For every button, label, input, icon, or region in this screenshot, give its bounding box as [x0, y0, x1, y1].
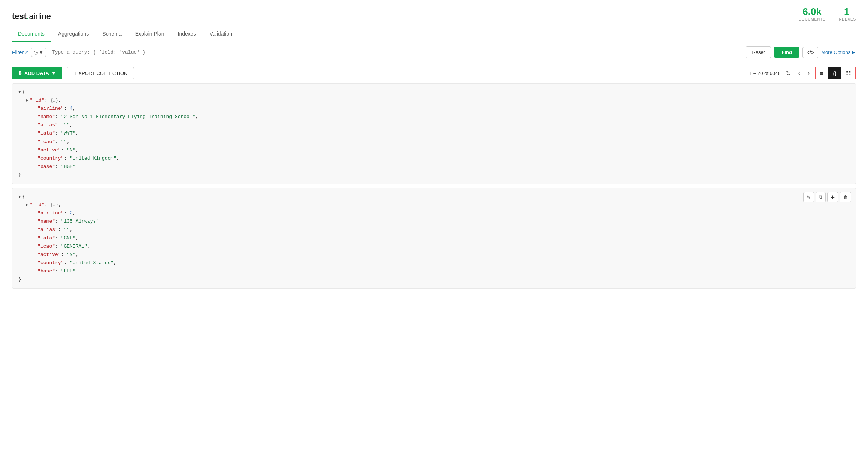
code-icon: </> [807, 49, 814, 55]
table-row: ▼ { ► "_id": {…}, "airline": 4, "name": … [12, 83, 856, 184]
tab-validation[interactable]: Validation [204, 26, 238, 42]
tab-explain-plan[interactable]: Explain Plan [129, 26, 170, 42]
json-icon: {} [833, 70, 837, 76]
documents-stat: 6.0k DOCUMENTS [799, 7, 826, 21]
expand-id-arrow[interactable]: ► [26, 202, 28, 209]
chevron-left-icon: ‹ [798, 70, 800, 76]
export-collection-button[interactable]: ​ EXPORT COLLECTION [67, 67, 134, 79]
next-page-button[interactable]: › [805, 68, 812, 78]
table-icon: ☷ [846, 70, 851, 76]
list-view-button[interactable]: ≡ [816, 67, 828, 79]
action-bar-left: ⇩ ADD DATA ▼ ​ EXPORT COLLECTION [12, 67, 134, 79]
edit-document-button[interactable]: ✎ [803, 192, 814, 202]
chevron-down-icon: ▼ [51, 70, 56, 76]
documents-list: ▼ { ► "_id": {…}, "airline": 4, "name": … [0, 83, 868, 289]
expand-arrow[interactable]: ▼ [18, 193, 21, 201]
download-icon: ⇩ [18, 70, 22, 76]
trash-icon: 🗑 [843, 195, 848, 200]
documents-count: 6.0k [799, 7, 826, 16]
copy-document-button[interactable]: ⧉ [816, 192, 826, 202]
prev-page-button[interactable]: ‹ [796, 68, 802, 78]
refresh-button[interactable]: ↻ [784, 68, 793, 78]
clock-icon: ◷ [34, 49, 38, 55]
action-bar: ⇩ ADD DATA ▼ ​ EXPORT COLLECTION 1 – 20 … [0, 63, 868, 83]
find-button[interactable]: Find [774, 47, 799, 58]
table-row: ✎ ⧉ ✚ 🗑 ▼ { ► "_id": {…}, "airline": 2, [12, 188, 856, 289]
indexes-count: 1 [837, 7, 856, 16]
clone-document-button[interactable]: ✚ [827, 192, 838, 202]
tabs-bar: Documents Aggregations Schema Explain Pl… [0, 26, 868, 42]
indexes-stat: 1 INDEXES [837, 7, 856, 21]
doc-expand-row: ▼ { [18, 193, 850, 201]
clone-icon: ✚ [831, 195, 835, 200]
chevron-right-icon: ► [851, 49, 856, 55]
history-button[interactable]: ◷ ▼ [31, 48, 46, 57]
doc-expand-row: ▼ { [18, 88, 850, 96]
code-toggle-button[interactable]: </> [802, 47, 818, 58]
query-input[interactable] [49, 48, 743, 57]
indexes-label: INDEXES [837, 17, 856, 21]
action-bar-right: 1 – 20 of 6048 ↻ ‹ › ≡ {} ☷ [749, 67, 856, 79]
filter-toolbar: Filter ↗ ◷ ▼ Reset Find </> More Options… [0, 42, 868, 63]
logo-airline: airline [29, 12, 51, 21]
external-link-icon: ↗ [25, 50, 28, 55]
documents-label: DOCUMENTS [799, 17, 826, 21]
pagination-info: 1 – 20 of 6048 [749, 70, 780, 76]
json-view-button[interactable]: {} [828, 67, 841, 79]
expand-arrow[interactable]: ▼ [18, 89, 21, 96]
expand-id-arrow[interactable]: ► [26, 97, 28, 104]
copy-icon: ⧉ [819, 194, 822, 200]
header: test.airline 6.0k DOCUMENTS 1 INDEXES [0, 0, 868, 26]
delete-document-button[interactable]: 🗑 [840, 192, 851, 202]
more-options-link[interactable]: More Options ► [821, 49, 856, 55]
tab-schema[interactable]: Schema [96, 26, 127, 42]
tab-indexes[interactable]: Indexes [172, 26, 202, 42]
table-view-button[interactable]: ☷ [841, 67, 855, 79]
toolbar-actions: Reset Find </> More Options ► [746, 46, 856, 58]
app-logo: test.airline [12, 12, 51, 21]
reset-button[interactable]: Reset [746, 46, 771, 58]
refresh-icon: ↻ [786, 70, 791, 76]
tab-aggregations[interactable]: Aggregations [52, 26, 95, 42]
filter-link[interactable]: Filter ↗ [12, 49, 28, 55]
header-stats: 6.0k DOCUMENTS 1 INDEXES [799, 7, 856, 26]
chevron-down-icon: ▼ [39, 49, 43, 55]
edit-icon: ✎ [807, 195, 811, 200]
view-toggle: ≡ {} ☷ [815, 67, 856, 79]
logo-test: test [12, 12, 27, 21]
tab-documents[interactable]: Documents [12, 26, 51, 42]
chevron-right-icon: › [808, 70, 810, 76]
add-data-button[interactable]: ⇩ ADD DATA ▼ [12, 67, 62, 79]
doc-action-buttons: ✎ ⧉ ✚ 🗑 [803, 192, 851, 202]
list-icon: ≡ [820, 70, 823, 76]
filter-label: Filter [12, 49, 24, 55]
